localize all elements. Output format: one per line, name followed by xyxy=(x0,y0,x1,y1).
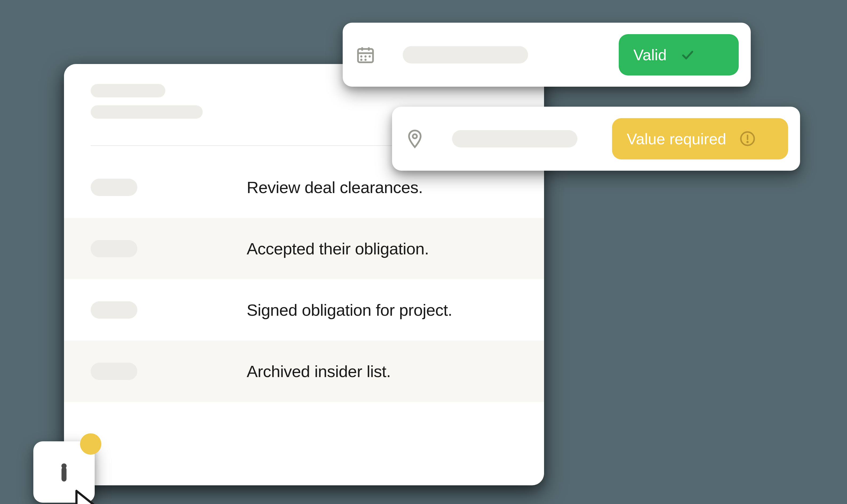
row-badge-placeholder xyxy=(91,240,137,257)
row-badge-placeholder xyxy=(91,363,137,380)
status-badge-valid: Valid xyxy=(619,34,739,75)
status-label: Valid xyxy=(633,46,667,64)
list-item-text: Review deal clearances. xyxy=(247,178,423,197)
location-pin-icon xyxy=(404,128,425,149)
svg-point-9 xyxy=(413,134,417,139)
cursor-pointer-icon xyxy=(71,488,105,504)
validation-card-date: Valid xyxy=(343,23,751,87)
field-value-placeholder xyxy=(452,130,577,147)
status-badge-required: Value required xyxy=(612,118,788,160)
title-placeholder xyxy=(91,84,165,97)
list-item-text: Accepted their obligation. xyxy=(247,239,429,258)
subtitle-placeholder xyxy=(91,105,203,119)
list-item[interactable]: Archived insider list. xyxy=(64,341,544,402)
svg-point-12 xyxy=(747,142,748,142)
list-item[interactable]: Signed obligation for project. xyxy=(64,279,544,341)
row-badge-placeholder xyxy=(91,301,137,319)
row-badge-placeholder xyxy=(91,179,137,196)
calendar-icon xyxy=(355,44,376,65)
field-value-placeholder xyxy=(403,46,528,64)
check-icon xyxy=(680,48,695,62)
list-item-text: Archived insider list. xyxy=(247,362,391,381)
list-item[interactable]: Accepted their obligation. xyxy=(64,218,544,279)
warning-circle-icon xyxy=(740,131,756,147)
status-label: Value required xyxy=(627,130,726,148)
list-item-text: Signed obligation for project. xyxy=(247,301,452,320)
exclamation-icon xyxy=(52,460,76,484)
activity-list: Review deal clearances. Accepted their o… xyxy=(64,157,544,402)
validation-card-location: Value required xyxy=(392,107,800,171)
notification-dot xyxy=(80,433,101,455)
